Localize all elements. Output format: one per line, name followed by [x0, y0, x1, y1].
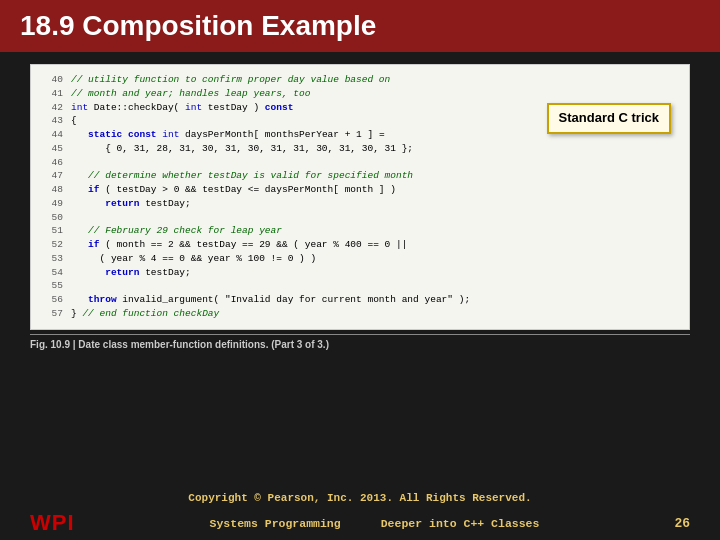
wpi-wordmark: WPI: [30, 510, 75, 536]
slide: 18.9 Composition Example 40// utility fu…: [0, 0, 720, 540]
code-block: 40// utility function to confirm proper …: [30, 64, 690, 330]
main-content: 40// utility function to confirm proper …: [0, 52, 720, 486]
page-number: 26: [674, 516, 690, 531]
callout-box: Standard C trick: [547, 103, 671, 134]
course-name: Systems Programming: [210, 517, 341, 530]
title-bar: 18.9 Composition Example: [0, 0, 720, 52]
copyright-text: Copyright © Pearson, Inc. 2013. All Righ…: [188, 492, 531, 504]
bottom-labels: Systems Programming Deeper into C++ Clas…: [210, 517, 540, 530]
slide-title: 18.9 Composition Example: [20, 10, 376, 42]
topic-name: Deeper into C++ Classes: [381, 517, 540, 530]
footer: Copyright © Pearson, Inc. 2013. All Righ…: [0, 486, 720, 540]
fig-label: Fig. 10.9 | Date class member-function d…: [30, 339, 329, 350]
figure-caption: Fig. 10.9 | Date class member-function d…: [30, 334, 690, 350]
wpi-logo: WPI: [30, 510, 75, 536]
bottom-bar: WPI Systems Programming Deeper into C++ …: [30, 510, 690, 536]
